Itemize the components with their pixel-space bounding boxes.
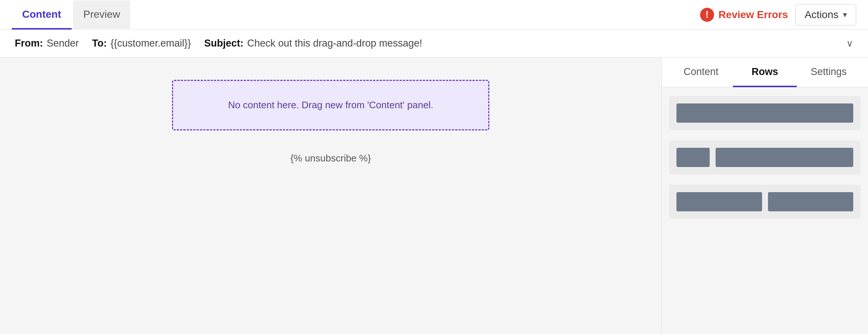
row-template-block-medium (716, 148, 853, 167)
actions-button[interactable]: Actions ▾ (795, 4, 856, 25)
drag-drop-zone[interactable]: No content here. Drag new from 'Content'… (172, 80, 489, 130)
from-label: From: (15, 38, 43, 49)
top-actions: ! Review Errors Actions ▾ (700, 4, 856, 25)
actions-label: Actions (805, 9, 838, 21)
row-template-block-small (676, 148, 710, 167)
actions-chevron-icon: ▾ (843, 10, 847, 20)
subject-value: Check out this drag-and-drop message! (247, 38, 422, 49)
right-tab-content[interactable]: Content (669, 58, 733, 87)
subject-field: Subject: Check out this drag-and-drop me… (204, 38, 422, 49)
top-bar: Content Preview ! Review Errors Actions … (0, 0, 868, 30)
main-content: No content here. Drag new from 'Content'… (0, 58, 868, 334)
subject-bar-expand-icon[interactable]: ∨ (846, 38, 853, 49)
to-value: {{customer.email}} (111, 38, 191, 49)
to-field: To: {{customer.email}} (92, 38, 191, 49)
tab-content[interactable]: Content (12, 0, 72, 30)
unsubscribe-text: {% unsubscribe %} (290, 153, 371, 164)
row-template-equal-two[interactable] (669, 185, 861, 219)
tab-preview-label: Preview (83, 8, 120, 20)
row-templates-list (662, 87, 868, 334)
right-tab-content-label: Content (683, 66, 719, 78)
error-icon: ! (700, 8, 714, 22)
app-container: Content Preview ! Review Errors Actions … (0, 0, 868, 334)
row-template-block-left (676, 192, 762, 211)
right-panel: Content Rows Settings (661, 58, 868, 334)
subject-label: Subject: (204, 38, 244, 49)
tab-preview[interactable]: Preview (73, 0, 131, 30)
from-value: Sender (47, 38, 79, 49)
review-errors-label: Review Errors (719, 9, 788, 21)
tab-content-label: Content (22, 8, 61, 20)
right-tab-rows[interactable]: Rows (733, 58, 797, 87)
drag-drop-text: No content here. Drag new from 'Content'… (228, 99, 433, 111)
right-tab-settings[interactable]: Settings (797, 58, 861, 87)
row-template-block-full (676, 103, 853, 123)
from-field: From: Sender (15, 38, 79, 49)
editor-panel: No content here. Drag new from 'Content'… (0, 58, 661, 334)
row-template-small-wide[interactable] (669, 140, 861, 174)
right-tab-rows-label: Rows (751, 66, 778, 78)
row-template-single-full[interactable] (669, 96, 861, 130)
right-tab-settings-label: Settings (811, 66, 847, 78)
subject-bar: From: Sender To: {{customer.email}} Subj… (0, 30, 868, 58)
row-template-block-right (768, 192, 854, 211)
subject-bar-fields: From: Sender To: {{customer.email}} Subj… (15, 38, 422, 49)
tab-bar: Content Preview (12, 0, 130, 29)
to-label: To: (92, 38, 107, 49)
review-errors-button[interactable]: ! Review Errors (700, 8, 788, 22)
right-panel-tabs: Content Rows Settings (662, 58, 868, 87)
